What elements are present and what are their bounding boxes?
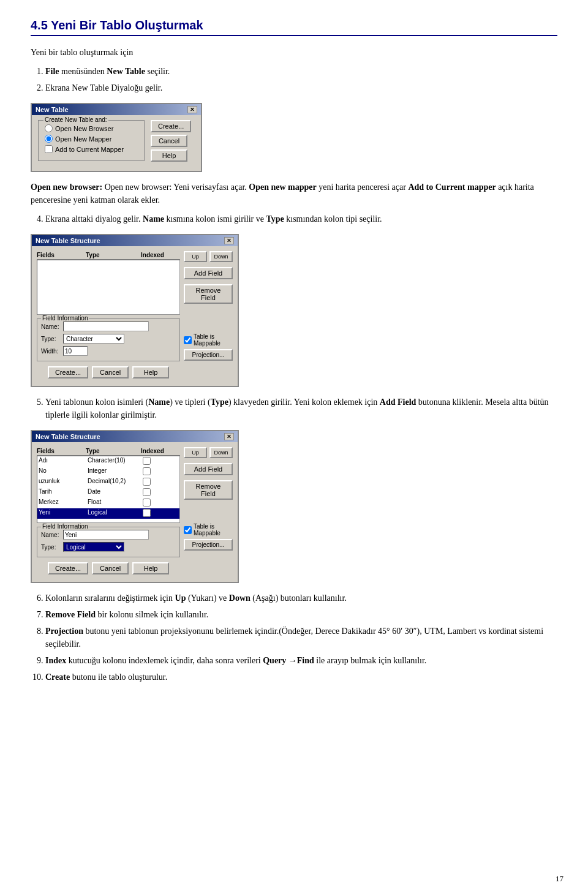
nts-table-header1: Fields Type Indexed	[37, 251, 180, 260]
nts-dialog2-container: New Table Structure ✕ Fields Type Indexe…	[31, 430, 557, 583]
nts-table-body2[interactable]: Adı Character(10) No Integer uzunluk Dec…	[37, 456, 180, 523]
nt-check-addmapper[interactable]	[45, 145, 53, 153]
row-name: Tarih	[39, 488, 88, 497]
nts-dialog1-close-btn[interactable]: ✕	[224, 237, 234, 244]
nts-type-select1[interactable]: Character	[63, 334, 124, 344]
nt-radio-openbrowser[interactable]	[45, 124, 53, 132]
table-row: uzunluk Decimal(10,2)	[37, 477, 179, 488]
step-5: Yeni tablonun kolon isimleri (Name) ve t…	[45, 396, 557, 421]
nts-down-btn1[interactable]: Down	[209, 251, 233, 262]
row-name: uzunluk	[39, 478, 88, 487]
nts-projection-btn1[interactable]: Projection...	[184, 349, 233, 361]
nts-help-btn2[interactable]: Help	[132, 562, 169, 574]
row-type: Integer	[88, 467, 143, 476]
nt-buttons: Create... Cancel Help	[151, 120, 195, 164]
nts-type-lbl1: Type:	[41, 336, 63, 342]
nts-up-btn2[interactable]: Up	[184, 447, 207, 458]
nts-width-input1[interactable]	[63, 346, 88, 356]
nts-dialog2-close-btn[interactable]: ✕	[224, 433, 234, 440]
nts-name-lbl2: Name:	[41, 532, 63, 538]
row-name: Yeni	[39, 509, 88, 518]
new-table-body: Create New Table and: Open New Browser O…	[32, 115, 201, 171]
nts-projection-btn2[interactable]: Projection...	[184, 539, 233, 551]
nts-help-btn1[interactable]: Help	[132, 366, 169, 378]
nts-mappable-check1[interactable]	[184, 336, 192, 344]
nts-name-input2[interactable]	[63, 530, 149, 540]
nt-create-btn[interactable]: Create...	[151, 120, 191, 132]
nt-help-btn[interactable]: Help	[151, 149, 187, 162]
nts-removefield-btn2[interactable]: Remove Field	[184, 480, 233, 500]
nts-name-row1: Name:	[41, 322, 176, 331]
row-checkbox[interactable]	[143, 499, 151, 506]
row-checkbox[interactable]	[143, 478, 151, 486]
nts-mappable-label1: Table is Mappable	[194, 333, 233, 347]
row-checkbox[interactable]	[143, 488, 151, 496]
nts-removefield-btn1[interactable]: Remove Field	[184, 284, 233, 304]
table-row: Tarih Date	[37, 488, 179, 498]
nts-dialog1-body: Fields Type Indexed Field Information Na…	[32, 246, 238, 386]
nts-cancel-btn1[interactable]: Cancel	[92, 366, 129, 378]
nts-type-select2[interactable]: Logical	[63, 542, 124, 552]
intro-para: Yeni bir tablo oluşturmak için	[31, 46, 557, 59]
nts-type-row2: Type: Logical	[41, 542, 176, 552]
nts-mappable-area1: Table is Mappable Projection...	[184, 333, 233, 363]
nt-radio-openmapper[interactable]	[45, 135, 53, 143]
step-7: Remove Field bir kolonu silmek için kull…	[45, 608, 557, 621]
nts-bottom-btns1: Create... Cancel Help	[37, 366, 180, 381]
row-idx	[143, 499, 173, 508]
nts-name-lbl1: Name:	[41, 323, 63, 330]
row-name: No	[39, 467, 88, 476]
nts-col-fields2: Fields	[37, 448, 86, 454]
nt-right: Create... Cancel Help	[151, 120, 195, 166]
row-name: Adı	[39, 457, 88, 466]
nt-layout: Create New Table and: Open New Browser O…	[38, 120, 195, 166]
nt-cancel-btn[interactable]: Cancel	[151, 135, 187, 147]
nts-cancel-btn2[interactable]: Cancel	[92, 562, 129, 574]
nts-layout2: Fields Type Indexed Adı Character(10) No	[37, 447, 233, 577]
row-idx	[143, 457, 173, 466]
row-type: Decimal(10,2)	[88, 478, 143, 487]
step-2: Ekrana New Table Diyaloğu gelir.	[45, 81, 557, 94]
nts-field-info-label2: Field Information	[41, 523, 89, 530]
nt-group-label: Create New Table and:	[43, 116, 108, 123]
nts-create-btn2[interactable]: Create...	[48, 562, 88, 574]
nts-left2: Fields Type Indexed Adı Character(10) No	[37, 447, 180, 577]
nts-down-btn2[interactable]: Down	[209, 447, 233, 458]
nts-bottom-btns2: Create... Cancel Help	[37, 562, 180, 577]
step-1: File menüsünden New Table seçilir.	[45, 65, 557, 78]
nts-mappable-label2: Table is Mappable	[194, 523, 233, 536]
step-6: Kolonların sıralarını değiştirmek için U…	[45, 592, 557, 604]
nts-dialog2: New Table Structure ✕ Fields Type Indexe…	[31, 430, 239, 583]
step3-para: Open new browser: Open new browser: Yeni…	[31, 181, 557, 206]
row-idx	[143, 478, 173, 487]
nts-width-lbl1: Width:	[41, 348, 63, 355]
nts-addfield-btn1[interactable]: Add Field	[184, 267, 233, 279]
nts-col-indexed2: Indexed	[141, 448, 172, 454]
nts-table-body1[interactable]	[37, 260, 180, 315]
nt-group: Create New Table and: Open New Browser O…	[38, 120, 145, 161]
new-table-dialog-container: New Table ✕ Create New Table and: Open N…	[31, 103, 557, 172]
nts-name-input1[interactable]	[63, 322, 149, 331]
row-type: Character(10)	[88, 457, 143, 466]
nt-radio-openbrowser-label: Open New Browser	[55, 125, 113, 132]
row-checkbox[interactable]	[143, 509, 151, 517]
row-checkbox[interactable]	[143, 467, 151, 475]
new-table-close-btn[interactable]: ✕	[187, 106, 197, 113]
nts-addfield-btn2[interactable]: Add Field	[184, 463, 233, 475]
new-table-title: New Table	[36, 106, 69, 113]
nts-up-btn1[interactable]: Up	[184, 251, 207, 262]
nt-radio-openbrowser-row: Open New Browser	[45, 124, 138, 132]
nts-mappable-row1: Table is Mappable	[184, 333, 233, 347]
table-row: Merkez Float	[37, 498, 179, 508]
nts-mappable-area2: Table is Mappable Projection...	[184, 523, 233, 553]
nts-mappable-check2[interactable]	[184, 526, 192, 534]
nts-field-info1: Field Information Name: Type: Character	[37, 318, 180, 361]
nts-dialog1-container: New Table Structure ✕ Fields Type Indexe…	[31, 234, 557, 387]
row-checkbox[interactable]	[143, 457, 151, 465]
table-row: No Integer	[37, 467, 179, 477]
nts-create-btn1[interactable]: Create...	[48, 366, 88, 378]
step-10: Create butonu ile tablo oluşturulur.	[45, 671, 557, 683]
nts-width-row1: Width:	[41, 346, 176, 356]
step-9: Index kutucuğu kolonu indexlemek içindir…	[45, 654, 557, 667]
nts-col-indexed: Indexed	[141, 252, 172, 258]
